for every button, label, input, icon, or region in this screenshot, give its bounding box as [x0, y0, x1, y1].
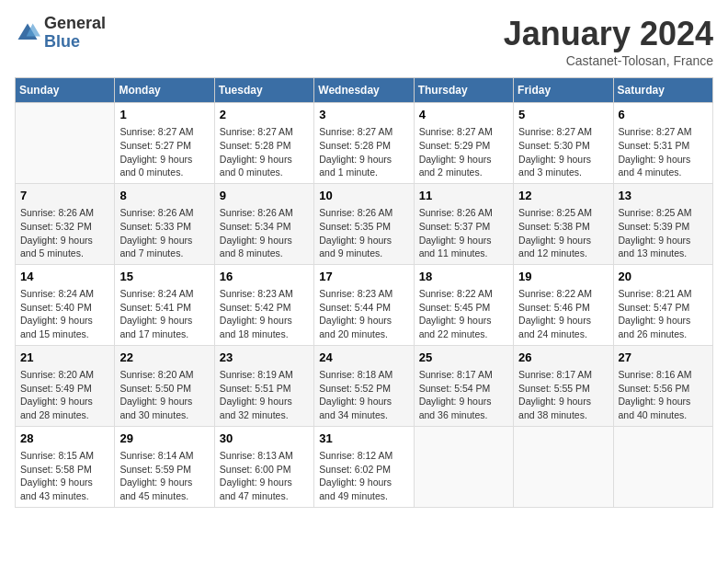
- day-info: Daylight: 9 hours: [619, 395, 708, 408]
- day-info: Daylight: 9 hours: [119, 314, 209, 327]
- day-info: and 0 minutes.: [220, 166, 309, 179]
- day-info: Sunset: 5:41 PM: [119, 301, 209, 315]
- day-info: Daylight: 9 hours: [419, 314, 508, 327]
- day-info: Sunrise: 8:26 AM: [319, 206, 408, 220]
- day-info: Sunset: 5:59 PM: [119, 463, 209, 477]
- calendar-cell: 4Sunrise: 8:27 AMSunset: 5:29 PMDaylight…: [414, 103, 513, 184]
- day-number: 21: [20, 350, 109, 366]
- day-number: 10: [319, 188, 408, 204]
- day-number: 27: [619, 350, 708, 366]
- day-info: Daylight: 9 hours: [220, 234, 309, 247]
- day-info: Sunset: 5:27 PM: [119, 139, 209, 153]
- day-info: Sunrise: 8:14 AM: [119, 449, 209, 463]
- day-info: Daylight: 9 hours: [20, 476, 109, 489]
- day-info: Daylight: 9 hours: [419, 395, 508, 408]
- calendar-cell: 21Sunrise: 8:20 AMSunset: 5:49 PMDayligh…: [16, 345, 115, 426]
- day-info: Sunrise: 8:27 AM: [119, 125, 209, 139]
- day-info: Sunset: 5:29 PM: [419, 139, 508, 153]
- day-info: and 18 minutes.: [220, 327, 309, 341]
- calendar-cell: 20Sunrise: 8:21 AMSunset: 5:47 PMDayligh…: [613, 264, 712, 345]
- day-info: Sunrise: 8:23 AM: [319, 287, 408, 301]
- day-info: Daylight: 9 hours: [319, 153, 408, 167]
- day-info: Daylight: 9 hours: [220, 395, 309, 408]
- day-info: Sunset: 5:40 PM: [20, 301, 109, 315]
- day-info: Sunset: 5:55 PM: [518, 382, 608, 396]
- day-info: Sunrise: 8:22 AM: [518, 287, 608, 301]
- day-info: and 36 minutes.: [419, 408, 508, 422]
- day-info: and 28 minutes.: [20, 408, 109, 422]
- day-info: Sunrise: 8:27 AM: [419, 125, 508, 139]
- weekday-header-wednesday: Wednesday: [314, 78, 414, 103]
- calendar-week-row: 14Sunrise: 8:24 AMSunset: 5:40 PMDayligh…: [16, 264, 713, 345]
- day-info: Sunset: 5:51 PM: [220, 382, 309, 396]
- calendar-week-row: 1Sunrise: 8:27 AMSunset: 5:27 PMDaylight…: [16, 103, 713, 184]
- day-info: Daylight: 9 hours: [220, 476, 309, 489]
- day-info: Sunrise: 8:27 AM: [619, 125, 708, 139]
- calendar-cell: [16, 103, 115, 184]
- calendar-cell: 7Sunrise: 8:26 AMSunset: 5:32 PMDaylight…: [16, 183, 115, 264]
- day-info: Daylight: 9 hours: [518, 153, 608, 167]
- day-info: Sunset: 5:35 PM: [319, 220, 408, 234]
- day-info: and 47 minutes.: [220, 489, 309, 503]
- day-number: 1: [119, 107, 209, 123]
- day-info: and 11 minutes.: [419, 247, 508, 260]
- day-info: and 5 minutes.: [20, 247, 109, 260]
- day-info: Sunset: 5:38 PM: [518, 220, 608, 234]
- day-info: and 38 minutes.: [518, 408, 608, 422]
- calendar-cell: 27Sunrise: 8:16 AMSunset: 5:56 PMDayligh…: [613, 345, 712, 426]
- day-info: Sunset: 5:33 PM: [119, 220, 209, 234]
- day-info: Sunset: 6:00 PM: [220, 463, 309, 477]
- day-number: 15: [119, 269, 209, 285]
- day-info: Daylight: 9 hours: [319, 476, 408, 489]
- logo: General Blue: [15, 15, 106, 52]
- day-info: Daylight: 9 hours: [220, 314, 309, 327]
- logo-general-text: General: [44, 15, 106, 33]
- weekday-header-thursday: Thursday: [414, 78, 513, 103]
- day-number: 6: [619, 107, 708, 123]
- day-number: 20: [619, 269, 708, 285]
- calendar-cell: 31Sunrise: 8:12 AMSunset: 6:02 PMDayligh…: [314, 426, 414, 507]
- day-info: Daylight: 9 hours: [20, 395, 109, 408]
- calendar-cell: 2Sunrise: 8:27 AMSunset: 5:28 PMDaylight…: [214, 103, 313, 184]
- day-info: Daylight: 9 hours: [119, 395, 209, 408]
- day-info: Sunrise: 8:21 AM: [619, 287, 708, 301]
- day-info: Sunrise: 8:19 AM: [220, 368, 309, 382]
- calendar-body: 1Sunrise: 8:27 AMSunset: 5:27 PMDaylight…: [16, 103, 713, 508]
- day-number: 2: [220, 107, 309, 123]
- day-info: Sunrise: 8:27 AM: [518, 125, 608, 139]
- day-number: 4: [419, 107, 508, 123]
- day-info: Daylight: 9 hours: [20, 314, 109, 327]
- day-info: and 13 minutes.: [619, 247, 708, 260]
- day-info: and 4 minutes.: [619, 166, 708, 179]
- day-info: Sunrise: 8:25 AM: [619, 206, 708, 220]
- day-info: Sunrise: 8:17 AM: [419, 368, 508, 382]
- day-info: and 45 minutes.: [119, 489, 209, 503]
- weekday-header-monday: Monday: [115, 78, 214, 103]
- day-number: 28: [20, 431, 109, 447]
- day-info: Daylight: 9 hours: [220, 153, 309, 167]
- day-info: and 40 minutes.: [619, 408, 708, 422]
- day-number: 16: [220, 269, 309, 285]
- day-number: 3: [319, 107, 408, 123]
- day-info: Sunrise: 8:23 AM: [220, 287, 309, 301]
- day-info: Sunset: 5:56 PM: [619, 382, 708, 396]
- calendar-cell: 16Sunrise: 8:23 AMSunset: 5:42 PMDayligh…: [214, 264, 313, 345]
- day-info: Sunset: 5:52 PM: [319, 382, 408, 396]
- day-info: and 0 minutes.: [119, 166, 209, 179]
- weekday-header-friday: Friday: [514, 78, 613, 103]
- day-info: and 49 minutes.: [319, 489, 408, 503]
- calendar-cell: 26Sunrise: 8:17 AMSunset: 5:55 PMDayligh…: [514, 345, 613, 426]
- day-info: and 1 minute.: [319, 166, 408, 179]
- day-info: Sunset: 5:28 PM: [220, 139, 309, 153]
- location: Castanet-Tolosan, France: [504, 53, 713, 68]
- day-info: Daylight: 9 hours: [518, 395, 608, 408]
- day-info: Sunrise: 8:17 AM: [518, 368, 608, 382]
- calendar-cell: 24Sunrise: 8:18 AMSunset: 5:52 PMDayligh…: [314, 345, 414, 426]
- logo-icon: [15, 20, 40, 46]
- calendar-cell: [514, 426, 613, 507]
- day-info: Sunrise: 8:24 AM: [119, 287, 209, 301]
- day-info: and 26 minutes.: [619, 327, 708, 341]
- calendar-cell: 25Sunrise: 8:17 AMSunset: 5:54 PMDayligh…: [414, 345, 513, 426]
- day-info: Sunset: 5:49 PM: [20, 382, 109, 396]
- day-info: and 24 minutes.: [518, 327, 608, 341]
